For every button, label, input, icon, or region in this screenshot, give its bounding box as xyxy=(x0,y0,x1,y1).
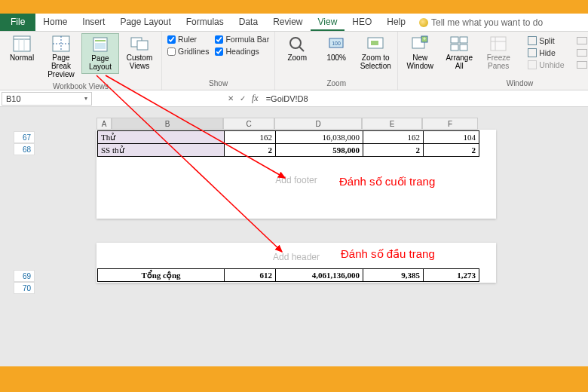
svg-rect-11 xyxy=(137,41,148,50)
svg-text:+: + xyxy=(423,35,427,42)
normal-view-button[interactable]: Normal xyxy=(3,33,41,64)
bulb-icon xyxy=(419,18,428,27)
unhide-button[interactable]: Unhide xyxy=(525,59,566,71)
hide-button[interactable]: Hide xyxy=(525,47,566,59)
svg-rect-9 xyxy=(95,43,106,49)
svg-rect-23 xyxy=(451,44,458,51)
enter-formula-button[interactable]: ✓ xyxy=(240,94,246,103)
ribbon-tabs: File Home Insert Page Layout Formulas Da… xyxy=(0,14,588,32)
worksheet-area[interactable]: A B C D E F 67 68 Thử 162 16,038,000 162… xyxy=(0,107,588,378)
chevron-down-icon: ▾ xyxy=(84,95,87,102)
svg-rect-21 xyxy=(451,37,458,43)
annotation-header: Đánh số đầu trang xyxy=(341,247,435,261)
tab-data[interactable]: Data xyxy=(231,14,265,31)
data-table-2[interactable]: Tổng cộng 612 4,061,136,000 9,385 1,273 xyxy=(97,268,479,282)
tab-view[interactable]: View xyxy=(311,14,345,31)
formula-bar-checkbox[interactable]: Formula Bar xyxy=(213,33,271,45)
annotation-footer: Đánh số cuối trang xyxy=(339,175,435,188)
gridlines-checkbox[interactable]: Gridlines xyxy=(165,45,211,57)
formula-bar: B10▾ ✕ ✓ fx xyxy=(0,90,588,107)
group-label-show: Show xyxy=(165,78,271,90)
svg-rect-17 xyxy=(371,41,378,45)
reset-window-button[interactable]: Reset Windo xyxy=(574,59,588,71)
tab-review[interactable]: Review xyxy=(265,14,310,31)
row-headers-top[interactable]: 67 68 xyxy=(14,131,35,155)
tell-me[interactable]: Tell me what you want to do xyxy=(419,14,543,31)
data-table-1[interactable]: Thử 162 16,038,000 162 104 SS thử 2 598,… xyxy=(97,130,479,157)
zoom-to-selection-button[interactable]: Zoom to Selection xyxy=(357,33,394,72)
tab-page-layout[interactable]: Page Layout xyxy=(112,14,178,31)
zoom-100-icon: 100 xyxy=(327,35,345,52)
zoom-icon xyxy=(288,35,306,52)
new-window-button[interactable]: + New Window xyxy=(401,33,439,72)
ruler-checkbox[interactable]: Ruler xyxy=(165,33,211,45)
svg-rect-24 xyxy=(460,44,467,51)
svg-point-12 xyxy=(290,38,301,48)
sync-scroll-icon xyxy=(577,49,587,57)
unhide-icon xyxy=(528,60,537,69)
headings-checkbox[interactable]: Headings xyxy=(213,45,271,57)
header-placeholder[interactable]: Add header xyxy=(96,252,496,262)
page-layout-view-button[interactable]: Page Layout xyxy=(81,33,119,74)
tab-insert[interactable]: Insert xyxy=(75,14,112,31)
custom-views-icon xyxy=(130,35,149,52)
tab-help[interactable]: Help xyxy=(379,14,413,31)
reset-window-icon xyxy=(577,61,587,69)
tab-home[interactable]: Home xyxy=(35,14,75,31)
arrange-all-button[interactable]: Arrange All xyxy=(440,33,478,72)
normal-view-icon xyxy=(13,35,31,52)
custom-views-button[interactable]: Custom Views xyxy=(121,33,158,72)
synchronous-scrolling-button[interactable]: Synchronous xyxy=(574,47,588,59)
new-window-icon: + xyxy=(411,35,429,52)
table-row: Thử 162 16,038,000 162 104 xyxy=(98,131,479,144)
fx-icon[interactable]: fx xyxy=(252,93,259,104)
page-break-preview-button[interactable]: Page Break Preview xyxy=(42,33,80,81)
zoom-100-button[interactable]: 100 100% xyxy=(317,33,355,64)
arrange-all-icon xyxy=(450,35,468,52)
page-1: Thử 162 16,038,000 162 104 SS thử 2 598,… xyxy=(96,130,496,219)
svg-text:100: 100 xyxy=(332,41,341,46)
tab-formulas[interactable]: Formulas xyxy=(179,14,231,31)
view-side-by-side-button[interactable]: View Side by xyxy=(574,35,588,47)
group-label-zoom: Zoom xyxy=(278,78,394,90)
cancel-formula-button[interactable]: ✕ xyxy=(228,94,234,103)
freeze-panes-icon xyxy=(489,35,507,52)
page-break-icon xyxy=(52,35,70,52)
table-row: Tổng cộng 612 4,061,136,000 9,385 1,273 xyxy=(98,269,479,282)
svg-rect-8 xyxy=(95,40,106,41)
svg-rect-25 xyxy=(491,37,506,51)
table-row: SS thử 2 598,000 2 2 xyxy=(98,144,479,157)
split-button[interactable]: Split xyxy=(525,35,566,47)
split-icon xyxy=(528,36,537,45)
group-label-window: Window xyxy=(401,78,588,90)
tab-file[interactable]: File xyxy=(0,14,35,31)
svg-line-13 xyxy=(299,47,304,51)
formula-input[interactable] xyxy=(266,94,370,103)
hide-icon xyxy=(528,48,537,57)
zoom-button[interactable]: Zoom xyxy=(278,33,316,64)
tab-heo[interactable]: HEO xyxy=(345,14,379,31)
name-box[interactable]: B10▾ xyxy=(2,92,92,106)
row-headers-bottom[interactable]: 69 70 xyxy=(14,270,35,294)
column-headers[interactable]: A B C D E F xyxy=(96,118,478,130)
svg-rect-0 xyxy=(14,36,30,51)
zoom-selection-icon xyxy=(366,35,384,52)
page-layout-icon xyxy=(91,36,109,53)
footer-placeholder[interactable]: Add footer xyxy=(97,175,495,185)
side-by-side-icon xyxy=(577,37,587,44)
freeze-panes-button[interactable]: Freeze Panes xyxy=(479,33,517,72)
svg-rect-22 xyxy=(460,37,467,43)
page-2: Add header Tổng cộng 612 4,061,136,000 9… xyxy=(96,243,496,283)
ribbon: Normal Page Break Preview Page Layout Cu… xyxy=(0,32,588,90)
